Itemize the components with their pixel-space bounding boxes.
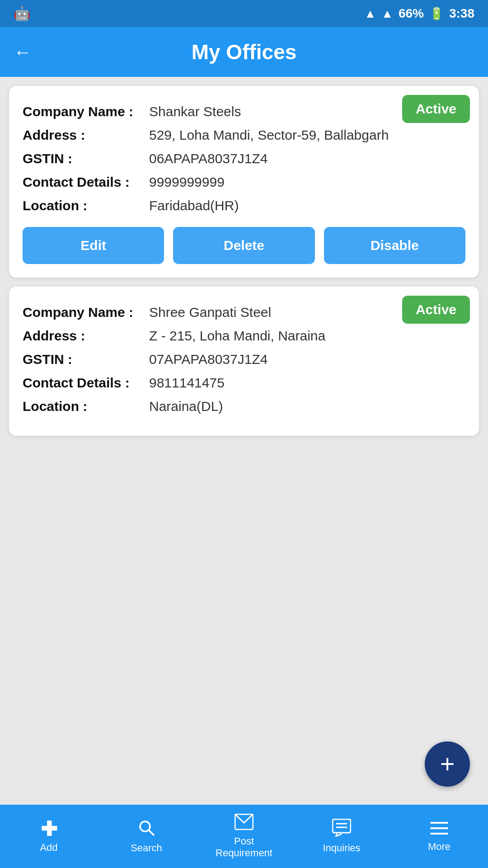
nav-item-more[interactable]: More (390, 805, 488, 868)
company-name-row-2: Company Name : Shree Ganpati Steel (23, 305, 465, 320)
location-label-2: Location : (23, 399, 149, 414)
disable-button-1[interactable]: Disable (324, 227, 465, 264)
clock: 3:38 (449, 6, 474, 21)
edit-button-1[interactable]: Edit (23, 227, 164, 264)
contact-value-1: 9999999999 (149, 175, 465, 190)
gstin-value-1: 06APAPA8037J1Z4 (149, 151, 465, 166)
nav-item-search[interactable]: Search (98, 805, 195, 868)
gstin-row-1: GSTIN : 06APAPA8037J1Z4 (23, 151, 465, 166)
app-header: ← My Offices (0, 27, 488, 77)
post-nav-icon (235, 814, 253, 833)
contact-label-2: Contact Details : (23, 375, 149, 391)
location-row-1: Location : Faridabad(HR) (23, 198, 465, 213)
delete-button-1[interactable]: Delete (173, 227, 314, 264)
nav-label-more: More (428, 841, 450, 853)
company-name-label-1: Company Name : (23, 104, 149, 119)
inquiries-nav-icon (332, 819, 351, 840)
status-bar: 🤖 ▲ ▲ 66% 🔋 3:38 (0, 0, 488, 27)
nav-label-post: Post Requirement (216, 835, 272, 859)
search-nav-icon (137, 819, 155, 840)
svg-line-1 (149, 830, 154, 835)
gstin-value-2: 07APAPA8037J1Z4 (149, 352, 465, 367)
contact-value-2: 9811141475 (149, 375, 465, 391)
more-nav-icon (430, 820, 448, 838)
fab-add-button[interactable]: + (425, 741, 470, 787)
address-label-2: Address : (23, 328, 149, 344)
main-content: Active Company Name : Shankar Steels Add… (0, 77, 488, 805)
add-nav-icon: ✚ (41, 819, 57, 839)
bottom-navigation: ✚ Add Search Post Requirement (0, 805, 488, 868)
address-label-1: Address : (23, 127, 149, 143)
location-row-2: Location : Naraina(DL) (23, 399, 465, 414)
page-title: My Offices (41, 40, 447, 64)
address-row-2: Address : Z - 215, Loha Mandi, Naraina (23, 328, 465, 344)
nav-item-post[interactable]: Post Requirement (195, 805, 293, 868)
contact-row-2: Contact Details : 9811141475 (23, 375, 465, 391)
signal-icon: ▲ (381, 7, 393, 21)
status-badge-1: Active (402, 95, 470, 123)
contact-row-1: Contact Details : 9999999999 (23, 175, 465, 190)
address-row-1: Address : 529, Loha Mandi, Sector-59, Ba… (23, 127, 465, 143)
battery-icon: 🔋 (429, 7, 444, 21)
contact-label-1: Contact Details : (23, 175, 149, 190)
nav-label-inquiries: Inquiries (323, 842, 360, 854)
gstin-label-2: GSTIN : (23, 352, 149, 367)
location-value-1: Faridabad(HR) (149, 198, 465, 213)
svg-rect-3 (333, 819, 351, 833)
location-value-2: Naraina(DL) (149, 399, 465, 414)
gstin-label-1: GSTIN : (23, 151, 149, 166)
company-name-label-2: Company Name : (23, 305, 149, 320)
robot-icon: 🤖 (14, 5, 30, 21)
nav-item-inquiries[interactable]: Inquiries (293, 805, 390, 868)
wifi-icon: ▲ (364, 7, 376, 21)
card-actions-1: Edit Delete Disable (23, 227, 465, 264)
location-label-1: Location : (23, 198, 149, 213)
office-card-1: Active Company Name : Shankar Steels Add… (9, 86, 479, 278)
status-badge-2: Active (402, 296, 470, 324)
company-name-row-1: Company Name : Shankar Steels (23, 104, 465, 119)
office-card-2: Active Company Name : Shree Ganpati Stee… (9, 287, 479, 436)
gstin-row-2: GSTIN : 07APAPA8037J1Z4 (23, 352, 465, 367)
nav-label-search: Search (131, 842, 162, 854)
address-value-1: 529, Loha Mandi, Sector-59, Ballabgarh (149, 127, 465, 143)
back-button[interactable]: ← (14, 42, 32, 62)
nav-label-add: Add (40, 842, 57, 854)
status-icons: ▲ ▲ 66% 🔋 3:38 (364, 6, 474, 21)
battery-percent: 66% (399, 6, 424, 21)
address-value-2: Z - 215, Loha Mandi, Naraina (149, 328, 465, 344)
fab-plus-icon: + (440, 751, 455, 777)
nav-item-add[interactable]: ✚ Add (0, 805, 98, 868)
